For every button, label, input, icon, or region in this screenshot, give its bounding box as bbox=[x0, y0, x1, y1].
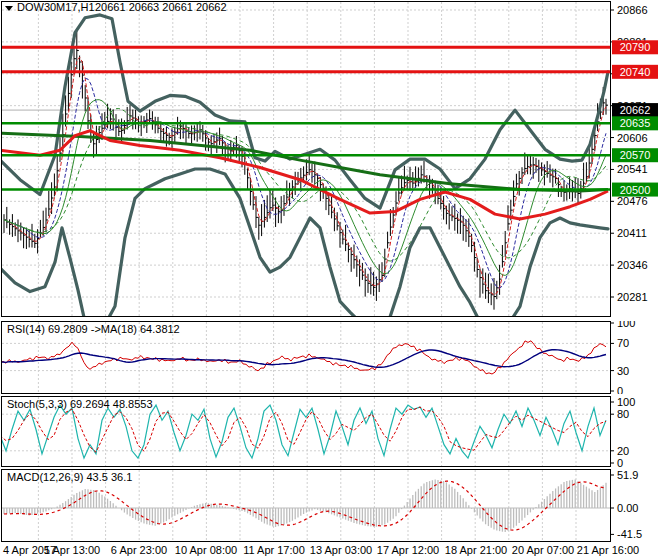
macd-indicator-panel[interactable]: 51.90.00-41.5 MACD(12,26,9) 43.5 36.1 bbox=[0, 469, 660, 542]
price-badge-label: 20570 bbox=[620, 149, 651, 161]
indicator-tick-label: 51.9 bbox=[617, 469, 638, 481]
indicator-tick-label: 0 bbox=[617, 385, 623, 394]
time-axis-label: 17 Apr 12:00 bbox=[377, 544, 439, 556]
price-tick-label: 20476 bbox=[617, 195, 648, 207]
stoch-k-line bbox=[0, 405, 606, 458]
price-badge-label: 20500 bbox=[620, 184, 651, 196]
bollinger-lower-band bbox=[0, 169, 608, 318]
macd-histogram bbox=[4, 479, 606, 532]
time-axis-label: 13 Apr 03:00 bbox=[310, 544, 372, 556]
price-badge-label: 20635 bbox=[620, 117, 651, 129]
indicator-tick-label: 100 bbox=[617, 396, 635, 408]
price-badge-label: 20740 bbox=[620, 66, 651, 78]
price-tick-label: 20866 bbox=[617, 4, 648, 16]
time-axis-label: 20 Apr 07:00 bbox=[512, 544, 574, 556]
symbol-period-label[interactable]: DOW30M17,H1 bbox=[17, 1, 95, 13]
thin-ma-line bbox=[4, 100, 606, 276]
time-axis-label: 21 Apr 16:00 bbox=[577, 544, 639, 556]
price-tick-label: 20411 bbox=[617, 227, 647, 239]
rsi-indicator-panel[interactable]: 10070300 RSI(14) 69.2809 ->MA(18) 64.381… bbox=[0, 321, 660, 394]
indicator-tick-label: 80 bbox=[617, 408, 629, 420]
indicator-tick-label: 20 bbox=[617, 445, 629, 457]
time-axis-label: 10 Apr 08:00 bbox=[175, 544, 237, 556]
main-grid bbox=[2, 2, 610, 316]
rsi-scale: 10070300 bbox=[610, 321, 635, 394]
price-badge-label: 20790 bbox=[620, 41, 651, 53]
macd-scale: 51.90.00-41.5 bbox=[610, 469, 642, 540]
indicator-tick-label: 100 bbox=[617, 321, 635, 329]
rsi-ma-line bbox=[0, 350, 606, 368]
stoch-label: Stoch(5,3,3) 69.2694 48.8553 bbox=[7, 398, 153, 410]
indicator-tick-label: 30 bbox=[617, 365, 629, 377]
stoch-scale: 10080200 bbox=[610, 396, 635, 467]
indicator-tick-label: 0 bbox=[617, 457, 623, 467]
time-axis-label: 11 Apr 17:00 bbox=[243, 544, 305, 556]
trading-chart-window: 2086620801207362067120606205412047620411… bbox=[0, 0, 660, 560]
macd-label: MACD(12,26,9) 43.5 36.1 bbox=[7, 471, 132, 483]
price-tick-label: 20281 bbox=[617, 291, 648, 303]
indicator-tick-label: -41.5 bbox=[617, 528, 642, 540]
price-badge-label: 20662 bbox=[620, 104, 651, 116]
price-tick-label: 20606 bbox=[617, 132, 648, 144]
stochastic-indicator-panel[interactable]: 10080200 Stoch(5,3,3) 69.2694 48.8553 bbox=[0, 396, 660, 467]
rsi-line bbox=[0, 341, 606, 374]
ohlc-values-label: 20661 20663 20661 20662 bbox=[95, 1, 227, 13]
chart-title[interactable]: DOW30M17,H1 20661 20663 20661 20662 bbox=[5, 1, 227, 13]
indicator-tick-label: 70 bbox=[617, 337, 629, 349]
indicator-tick-label: 0.00 bbox=[617, 502, 638, 514]
time-axis-label: 18 Apr 21:00 bbox=[445, 544, 507, 556]
main-price-chart[interactable]: 2086620801207362067120606205412047620411… bbox=[0, 0, 660, 318]
price-tick-label: 20541 bbox=[617, 163, 648, 175]
macd-signal-line bbox=[4, 481, 606, 530]
time-axis-label: 5 Apr 13:00 bbox=[44, 544, 100, 556]
time-axis[interactable]: 4 Apr 2017 5 Apr 13:00 6 Apr 23:00 10 Ap… bbox=[0, 542, 660, 560]
price-tick-label: 20346 bbox=[617, 259, 648, 271]
rsi-label: RSI(14) 69.2809 ->MA(18) 64.3812 bbox=[7, 323, 180, 335]
time-axis-label: 6 Apr 23:00 bbox=[111, 544, 167, 556]
